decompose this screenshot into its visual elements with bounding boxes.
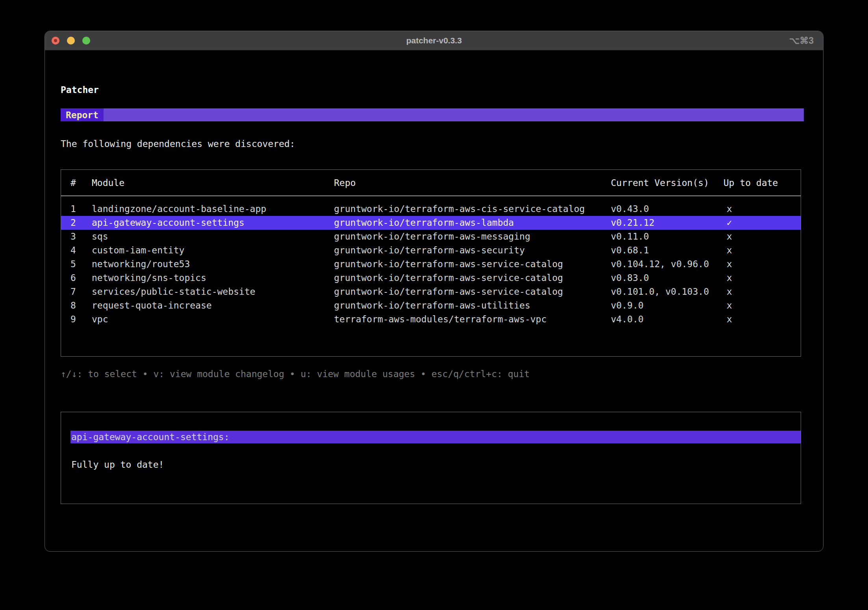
cell-num: 9 xyxy=(70,312,92,326)
cell-up: x xyxy=(723,312,801,326)
column-header-module: Module xyxy=(92,176,334,190)
zoom-button[interactable] xyxy=(82,37,90,45)
cell-module: services/public-static-website xyxy=(92,285,334,299)
cell-num: 7 xyxy=(70,285,92,299)
detail-panel-title: api-gateway-account-settings: xyxy=(70,431,801,443)
cell-ver: v0.68.1 xyxy=(611,244,723,257)
cell-ver: v4.0.0 xyxy=(611,312,723,326)
cell-repo: gruntwork-io/terraform-aws-cis-service-c… xyxy=(334,202,611,216)
cell-ver: v0.83.0 xyxy=(611,271,723,285)
cell-ver: v0.9.0 xyxy=(611,299,723,312)
header-separator xyxy=(61,195,801,196)
tab-bar: Report xyxy=(61,108,804,121)
table-row[interactable]: 8request-quota-increasegruntwork-io/terr… xyxy=(61,299,801,312)
cell-num: 1 xyxy=(70,202,92,216)
cell-num: 3 xyxy=(70,230,92,244)
cell-up: x xyxy=(723,285,801,299)
table-row[interactable]: 2api-gateway-account-settingsgruntwork-i… xyxy=(61,216,801,230)
cell-num: 8 xyxy=(70,299,92,312)
cell-module: vpc xyxy=(92,312,334,326)
cell-repo: gruntwork-io/terraform-aws-lambda xyxy=(334,216,611,230)
cell-up: ✓ xyxy=(723,216,801,230)
cell-repo: gruntwork-io/terraform-aws-messaging xyxy=(334,230,611,244)
cell-up: x xyxy=(723,299,801,312)
window-titlebar[interactable]: patcher-v0.3.3 ⌥⌘3 xyxy=(45,31,823,50)
cell-ver: v0.21.12 xyxy=(611,216,723,230)
table-header: # Module Repo Current Version(s) Up to d… xyxy=(61,176,801,190)
table-row[interactable]: 5networking/route53gruntwork-io/terrafor… xyxy=(61,257,801,271)
cell-module: landingzone/account-baseline-app xyxy=(92,202,334,216)
cell-module: networking/sns-topics xyxy=(92,271,334,285)
cell-repo: terraform-aws-modules/terraform-aws-vpc xyxy=(334,312,611,326)
module-detail-panel: api-gateway-account-settings: Fully up t… xyxy=(61,412,801,504)
cell-module: api-gateway-account-settings xyxy=(92,216,334,230)
cell-repo: gruntwork-io/terraform-aws-service-catal… xyxy=(334,257,611,271)
cell-ver: v0.104.12, v0.96.0 xyxy=(611,257,723,271)
detail-panel-body: Fully up to date! xyxy=(71,458,801,472)
window-title: patcher-v0.3.3 xyxy=(45,36,823,45)
app-heading: Patcher xyxy=(61,83,823,97)
cell-num: 5 xyxy=(70,257,92,271)
column-header-versions: Current Version(s) xyxy=(611,176,723,190)
cell-module: custom-iam-entity xyxy=(92,244,334,257)
cell-module: sqs xyxy=(92,230,334,244)
unsaved-dot-icon xyxy=(54,39,57,42)
cell-num: 2 xyxy=(70,216,92,230)
column-header-up-to-date: Up to date xyxy=(723,176,801,190)
cell-ver: v0.43.0 xyxy=(611,202,723,216)
cell-up: x xyxy=(723,271,801,285)
dependency-table: # Module Repo Current Version(s) Up to d… xyxy=(61,169,801,357)
terminal-window: patcher-v0.3.3 ⌥⌘3 Patcher Report The fo… xyxy=(45,31,823,552)
traffic-lights xyxy=(52,31,90,50)
intro-text: The following dependencies were discover… xyxy=(61,137,823,151)
cell-up: x xyxy=(723,257,801,271)
keybinding-help: ↑/↓: to select • v: view module changelo… xyxy=(61,367,823,381)
table-row[interactable]: 4custom-iam-entitygruntwork-io/terraform… xyxy=(61,244,801,257)
column-header-num: # xyxy=(70,176,92,190)
column-header-repo: Repo xyxy=(334,176,611,190)
tab-report[interactable]: Report xyxy=(61,108,104,121)
cell-num: 4 xyxy=(70,244,92,257)
cell-up: x xyxy=(723,244,801,257)
cell-repo: gruntwork-io/terraform-aws-utilities xyxy=(334,299,611,312)
dependency-table-body: 1landingzone/account-baseline-appgruntwo… xyxy=(61,202,801,326)
cell-repo: gruntwork-io/terraform-aws-service-catal… xyxy=(334,285,611,299)
cell-module: networking/route53 xyxy=(92,257,334,271)
table-row[interactable]: 6networking/sns-topicsgruntwork-io/terra… xyxy=(61,271,801,285)
table-row[interactable]: 7services/public-static-websitegruntwork… xyxy=(61,285,801,299)
cell-module: request-quota-increase xyxy=(92,299,334,312)
cell-up: x xyxy=(723,230,801,244)
table-row[interactable]: 3sqsgruntwork-io/terraform-aws-messaging… xyxy=(61,230,801,244)
cell-up: x xyxy=(723,202,801,216)
cell-ver: v0.101.0, v0.103.0 xyxy=(611,285,723,299)
cell-repo: gruntwork-io/terraform-aws-security xyxy=(334,244,611,257)
minimize-button[interactable] xyxy=(67,37,75,45)
cell-num: 6 xyxy=(70,271,92,285)
terminal-content: Patcher Report The following dependencie… xyxy=(45,83,823,504)
table-row[interactable]: 1landingzone/account-baseline-appgruntwo… xyxy=(61,202,801,216)
cell-repo: gruntwork-io/terraform-aws-service-catal… xyxy=(334,271,611,285)
close-button[interactable] xyxy=(52,37,59,45)
table-row[interactable]: 9vpcterraform-aws-modules/terraform-aws-… xyxy=(61,312,801,326)
window-shortcut: ⌥⌘3 xyxy=(789,31,814,50)
cell-ver: v0.11.0 xyxy=(611,230,723,244)
